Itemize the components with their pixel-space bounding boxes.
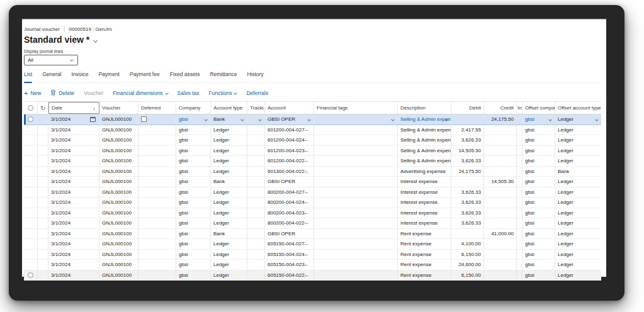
chevron-down-icon[interactable]: [595, 118, 599, 121]
table-row[interactable]: 3/1/2024GNJL000100gbsiLedger605150-004-0…: [24, 260, 601, 270]
toolbar-deferrals-button[interactable]: Deferrals: [246, 90, 268, 96]
breadcrumb-page[interactable]: Journal voucher: [24, 26, 60, 32]
toolbar-functions-button[interactable]: Functions: [209, 90, 237, 96]
cell-credit[interactable]: 24,175.50: [484, 114, 517, 125]
cell-voucher: GNJL000100: [99, 270, 138, 281]
cell-offsetaccount_type[interactable]: Ledger: [555, 114, 601, 125]
display-journal-lines-select[interactable]: All: [24, 55, 78, 65]
table-row[interactable]: 3/1/2024GNJL000100gbsiLedger601200-004-0…: [24, 146, 601, 157]
tab-history[interactable]: History: [247, 71, 263, 79]
table-row[interactable]: 3/1/2024GNJL000100gbsiLedger800200-004-0…: [24, 187, 601, 198]
cell-debit[interactable]: [451, 114, 484, 125]
cell-sel[interactable]: [24, 156, 38, 166]
tab-general[interactable]: General: [42, 71, 61, 79]
column-header-account[interactable]: Account: [265, 102, 314, 114]
toolbar-sales-tax-button[interactable]: Sales tax: [178, 90, 200, 96]
cell-account[interactable]: GBSI OPER: [265, 114, 314, 125]
column-header-debit[interactable]: Debit: [451, 102, 484, 114]
table-row[interactable]: 3/1/2024GNJL000100gbsiLedger605150-004-0…: [24, 270, 601, 281]
cell-sel[interactable]: [24, 208, 38, 218]
chevron-down-icon[interactable]: [93, 38, 98, 42]
cell-sel[interactable]: [24, 135, 38, 145]
cell-sel[interactable]: [24, 167, 38, 177]
cell-ref[interactable]: [38, 114, 48, 125]
calendar-icon[interactable]: [90, 117, 96, 122]
cell-sel[interactable]: [24, 125, 38, 135]
cell-sel[interactable]: [24, 239, 38, 249]
column-header-offsetaccount_type[interactable]: Offset account type: [555, 102, 601, 114]
cell-financialtags[interactable]: [314, 114, 398, 125]
column-header-tracking[interactable]: Tracki...: [247, 102, 265, 114]
column-header-credit[interactable]: Credit: [484, 102, 517, 114]
cell-offsetaccount_type: Ledger: [555, 260, 601, 270]
chevron-down-icon[interactable]: [548, 118, 552, 121]
cell-company[interactable]: gbsi: [176, 114, 211, 125]
table-row[interactable]: 3/1/2024GNJL000100gbsiLedger601300-004-0…: [24, 167, 601, 177]
column-header-accounttype[interactable]: Account type: [211, 102, 247, 114]
column-header-company[interactable]: Company: [176, 102, 211, 114]
tab-list[interactable]: List: [24, 71, 32, 79]
view-title[interactable]: Standard view *: [24, 35, 89, 45]
chevron-down-icon[interactable]: [391, 118, 395, 121]
table-row[interactable]: 3/1/2024GNJL000100gbsiBankGBSI OPERSelli…: [24, 114, 601, 125]
table-row[interactable]: 3/1/2024GNJL000100gbsiLedger800200-004-0…: [24, 208, 601, 219]
cell-offsetcompany[interactable]: gbsi: [523, 114, 555, 125]
table-row[interactable]: 3/1/2024GNJL000100gbsiLedger800200-004-0…: [24, 198, 601, 208]
row-select-radio[interactable]: [28, 272, 33, 278]
cell-offsetaccount_type: Ledger: [555, 198, 601, 208]
table-row[interactable]: 3/1/2024GNJL000100gbsiBankGBSI OPERInter…: [24, 177, 601, 187]
tab-invoice[interactable]: Invoice: [71, 71, 88, 79]
column-header-date[interactable]: Date↓: [48, 102, 99, 114]
column-header-offsetcompany[interactable]: Offset company: [523, 102, 555, 114]
chevron-down-icon[interactable]: [307, 118, 311, 121]
cell-deferred[interactable]: [138, 114, 176, 125]
cell-sel[interactable]: [24, 177, 38, 187]
tab-remittance[interactable]: Remittance: [210, 71, 237, 79]
cell-accounttype[interactable]: Bank: [211, 114, 247, 125]
cell-sel[interactable]: [24, 146, 38, 156]
column-header-invoice[interactable]: Invoice: [517, 102, 523, 114]
cell-sel[interactable]: [24, 187, 38, 198]
cell-sel[interactable]: [24, 270, 38, 281]
chevron-down-icon[interactable]: [240, 118, 244, 121]
column-header-description[interactable]: Description: [398, 102, 451, 114]
cell-sel[interactable]: [24, 114, 38, 125]
tab-payment-fee[interactable]: Payment fee: [130, 71, 160, 79]
cell-date[interactable]: 3/1/2024: [48, 114, 99, 125]
table-row[interactable]: 3/1/2024GNJL000100gbsiLedger601200-004-0…: [24, 156, 601, 167]
table-row[interactable]: 3/1/2024GNJL000100gbsiLedger800200-004-0…: [24, 218, 601, 229]
table-row[interactable]: 3/1/2024GNJL000100gbsiLedger605150-004-0…: [24, 239, 601, 250]
table-row[interactable]: 3/1/2024GNJL000100gbsiLedger605150-004-0…: [24, 250, 601, 260]
cell-tracking[interactable]: [247, 114, 265, 125]
table-row[interactable]: 3/1/2024GNJL000100gbsiLedger601200-004-0…: [24, 125, 601, 136]
cell-sel[interactable]: [24, 198, 38, 208]
table-row[interactable]: 3/1/2024GNJL000100gbsiLedger601200-004-0…: [24, 135, 601, 146]
table-row[interactable]: 3/1/2024GNJL000100gbsiBankGBSI OPERRent …: [24, 229, 601, 240]
cell-financialtags: [314, 146, 398, 156]
toolbar-new-button[interactable]: +New: [24, 90, 41, 96]
cell-accounttype: Ledger: [211, 250, 247, 260]
chevron-down-icon[interactable]: [258, 118, 262, 121]
column-header-ref[interactable]: ↻: [38, 102, 48, 114]
column-header-voucher[interactable]: Voucher: [99, 102, 138, 114]
row-select-radio[interactable]: [28, 116, 33, 122]
cell-invoice[interactable]: [517, 114, 523, 125]
toolbar-financial-dimensions-button[interactable]: Financial dimensions: [113, 90, 167, 96]
cell-sel[interactable]: [24, 250, 38, 260]
sort-descending-icon[interactable]: ↓: [93, 105, 96, 111]
column-header-financialtags[interactable]: Financial tags: [314, 102, 398, 114]
deferred-checkbox[interactable]: [141, 116, 147, 122]
column-header-deferred[interactable]: Deferred: [138, 102, 176, 114]
select-all-radio[interactable]: [28, 105, 33, 111]
tab-payment[interactable]: Payment: [98, 71, 120, 79]
chevron-down-icon[interactable]: [204, 118, 208, 121]
cell-sel[interactable]: [24, 260, 38, 270]
cell-voucher[interactable]: GNJL000100: [99, 114, 138, 125]
toolbar-delete-button[interactable]: Delete: [50, 89, 74, 97]
refresh-icon[interactable]: ↻: [40, 105, 45, 111]
tab-fixed-assets[interactable]: Fixed assets: [170, 71, 200, 79]
column-header-sel[interactable]: [24, 102, 38, 114]
cell-sel[interactable]: [24, 218, 38, 228]
cell-description[interactable]: Selling & Admin expenses: [398, 114, 451, 125]
cell-sel[interactable]: [24, 229, 38, 239]
